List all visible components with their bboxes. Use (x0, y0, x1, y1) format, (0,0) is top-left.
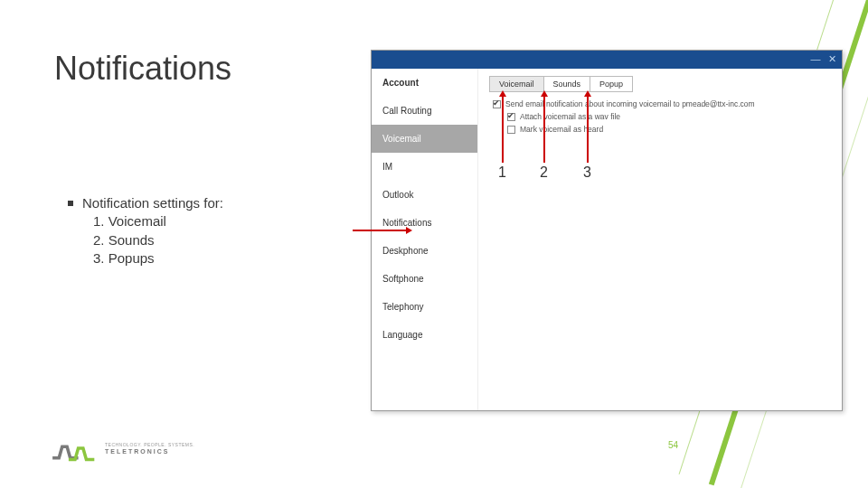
brand-name: TELETRONICS (105, 448, 194, 455)
sidebar-item-notifications[interactable]: Notifications (372, 209, 477, 237)
sidebar-item-telephony[interactable]: Telephony (372, 293, 477, 321)
annotation-number: 2 (540, 164, 548, 181)
slide-title: Notifications (54, 50, 231, 88)
sidebar-item-language[interactable]: Language (372, 321, 477, 349)
annotation-arrow-icon (587, 96, 589, 163)
close-icon[interactable]: ✕ (826, 53, 838, 66)
settings-sidebar: Account Call Routing Voicemail IM Outloo… (372, 69, 478, 410)
sidebar-item-call-routing[interactable]: Call Routing (372, 97, 477, 125)
annotation-number: 1 (498, 164, 506, 181)
bullet-heading: Notification settings for: (82, 195, 223, 211)
logo-icon (51, 434, 99, 463)
settings-window: — ✕ Account Call Routing Voicemail IM Ou… (371, 50, 843, 411)
list-label: Sounds (108, 232, 155, 248)
sidebar-item-voicemail[interactable]: Voicemail (372, 125, 477, 153)
option-row: Mark voicemail as heard (507, 125, 831, 134)
checkbox[interactable] (493, 100, 501, 108)
sidebar-item-deskphone[interactable]: Deskphone (372, 237, 477, 265)
option-label: Attach voicemail as a wav file (520, 112, 620, 121)
minimize-icon[interactable]: — (809, 53, 822, 66)
list-num: 3. (93, 250, 105, 266)
sidebar-item-outlook[interactable]: Outlook (372, 181, 477, 209)
option-label: Mark voicemail as heard (520, 125, 603, 134)
sidebar-item-account[interactable]: Account (372, 69, 477, 97)
annotation-arrow-icon (353, 230, 407, 231)
option-row: Attach voicemail as a wav file (507, 112, 831, 121)
bullet-icon (68, 201, 73, 206)
checkbox[interactable] (507, 126, 515, 134)
sidebar-item-im[interactable]: IM (372, 153, 477, 181)
list-label: Voicemail (108, 213, 166, 229)
annotation-arrow-icon (543, 96, 545, 163)
checkbox[interactable] (507, 113, 515, 121)
tab-popup[interactable]: Popup (590, 76, 633, 92)
sidebar-item-softphone[interactable]: Softphone (372, 265, 477, 293)
list-label: Popups (108, 250, 155, 266)
window-titlebar: — ✕ (372, 51, 842, 69)
list-num: 1. (93, 213, 105, 229)
brand-tagline: TECHNOLOGY. PEOPLE. SYSTEMS. (105, 442, 194, 447)
tab-voicemail[interactable]: Voicemail (489, 76, 544, 92)
list-num: 2. (93, 232, 105, 248)
bullet-list: Notification settings for: 1. Voicemail … (68, 194, 223, 267)
settings-main: Voicemail Sounds Popup Send email notifi… (478, 69, 842, 410)
annotation-arrow-icon (502, 96, 504, 163)
annotation-number: 3 (583, 164, 591, 181)
page-number: 54 (668, 440, 678, 450)
brand-logo: TECHNOLOGY. PEOPLE. SYSTEMS. TELETRONICS (51, 434, 194, 463)
